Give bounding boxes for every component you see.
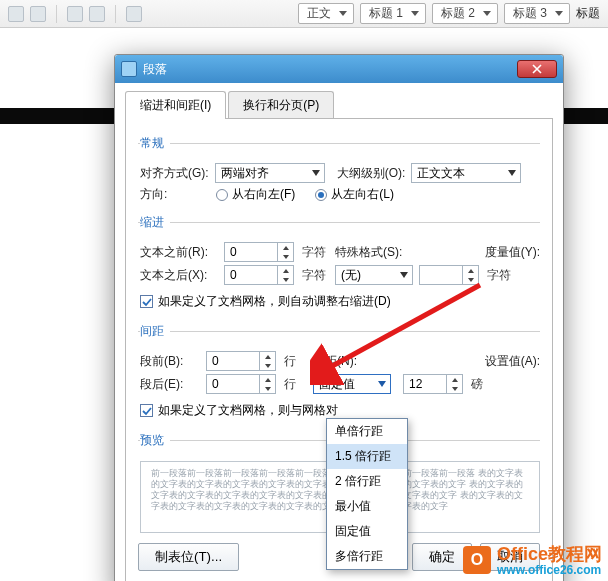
unit-char: 字符 [487, 267, 511, 284]
spinner-icon[interactable] [462, 266, 478, 284]
style-preset-1[interactable]: 标题 1 [360, 3, 426, 24]
spacing-after-input[interactable] [206, 374, 276, 394]
ribbon-icon[interactable] [126, 6, 142, 22]
measure-input[interactable] [419, 265, 479, 285]
alignment-label: 对齐方式(G): [140, 165, 209, 182]
spinner-icon[interactable] [259, 352, 275, 370]
line-spacing-dropdown: 单倍行距 1.5 倍行距 2 倍行距 最小值 固定值 多倍行距 [326, 418, 408, 570]
style-preset-3[interactable]: 标题 3 [504, 3, 570, 24]
ribbon-separator [115, 5, 116, 23]
watermark: O Office教程网 www.office26.com [463, 542, 602, 577]
group-indent: 缩进 文本之前(R): 字符 特殊格式(S): 度量值(Y): 文本之后(X):… [138, 214, 540, 317]
group-preview-legend: 预览 [140, 432, 170, 449]
group-spacing-legend: 间距 [140, 323, 170, 340]
spacing-before-label: 段前(B): [140, 353, 200, 370]
direction-ltr-radio[interactable]: 从左向右(L) [315, 186, 394, 203]
watermark-icon: O [463, 546, 491, 574]
special-format-combo[interactable]: (无) [335, 265, 413, 285]
outline-combo[interactable]: 正文文本 [411, 163, 521, 183]
dropdown-option-1-5[interactable]: 1.5 倍行距 [327, 444, 407, 469]
spinner-icon[interactable] [277, 266, 293, 284]
dropdown-option-double[interactable]: 2 倍行距 [327, 469, 407, 494]
radio-icon [315, 189, 327, 201]
group-spacing: 间距 段前(B): 行 行距(N): 设置值(A): 段后(E): 行 固定值 … [138, 323, 540, 426]
ribbon-toolbar: 正文 标题 1 标题 2 标题 3 标题 [0, 0, 608, 28]
dropdown-option-single[interactable]: 单倍行距 [327, 419, 407, 444]
watermark-url: www.office26.com [497, 563, 602, 577]
measure-label: 度量值(Y): [485, 244, 540, 261]
style-preset-2[interactable]: 标题 2 [432, 3, 498, 24]
style-preset-4[interactable]: 标题 [576, 5, 600, 22]
direction-rtl-radio[interactable]: 从右向左(F) [216, 186, 295, 203]
ribbon-icon[interactable] [8, 6, 24, 22]
indent-before-input[interactable] [224, 242, 294, 262]
ribbon-icon[interactable] [30, 6, 46, 22]
snap-to-grid-checkbox[interactable]: 如果定义了文档网格，则与网格对 [140, 402, 338, 419]
dropdown-option-minimum[interactable]: 最小值 [327, 494, 407, 519]
dialog-title: 段落 [143, 61, 517, 78]
watermark-brand: Office教程网 [497, 544, 602, 564]
unit-line: 行 [284, 353, 296, 370]
unit-line: 行 [284, 376, 296, 393]
radio-icon [216, 189, 228, 201]
spinner-icon[interactable] [446, 375, 462, 393]
line-spacing-combo[interactable]: 固定值 [313, 374, 391, 394]
group-indent-legend: 缩进 [140, 214, 170, 231]
app-icon [121, 61, 137, 77]
ribbon-icon[interactable] [67, 6, 83, 22]
at-input[interactable] [403, 374, 463, 394]
close-icon [532, 64, 542, 74]
unit-point: 磅 [471, 376, 483, 393]
style-main-selector[interactable]: 正文 [298, 3, 354, 24]
spacing-after-label: 段后(E): [140, 376, 200, 393]
tab-panel: 常规 对齐方式(G): 两端对齐 大纲级别(O): 正文文本 方向: 从右向左(… [125, 118, 553, 581]
close-button[interactable] [517, 60, 557, 78]
unit-char: 字符 [302, 267, 326, 284]
spacing-before-input[interactable] [206, 351, 276, 371]
tab-line-page-breaks[interactable]: 换行和分页(P) [228, 91, 334, 119]
paragraph-dialog: 段落 缩进和间距(I) 换行和分页(P) 常规 对齐方式(G): 两端对齐 大纲… [114, 54, 564, 581]
tab-strip: 缩进和间距(I) 换行和分页(P) [115, 83, 563, 119]
line-spacing-label: 行距(N): [313, 353, 357, 370]
unit-char: 字符 [302, 244, 326, 261]
spinner-icon[interactable] [259, 375, 275, 393]
dialog-titlebar: 段落 [115, 55, 563, 83]
at-label: 设置值(A): [485, 353, 540, 370]
dropdown-option-multiple[interactable]: 多倍行距 [327, 544, 407, 569]
direction-label: 方向: [140, 186, 210, 203]
indent-before-label: 文本之前(R): [140, 244, 218, 261]
checkbox-icon [140, 404, 153, 417]
outline-label: 大纲级别(O): [337, 165, 406, 182]
group-general-legend: 常规 [140, 135, 170, 152]
group-general: 常规 对齐方式(G): 两端对齐 大纲级别(O): 正文文本 方向: 从右向左(… [138, 135, 540, 208]
indent-after-input[interactable] [224, 265, 294, 285]
indent-after-label: 文本之后(X): [140, 267, 218, 284]
auto-adjust-indent-checkbox[interactable]: 如果定义了文档网格，则自动调整右缩进(D) [140, 293, 391, 310]
checkbox-icon [140, 295, 153, 308]
ribbon-icon[interactable] [89, 6, 105, 22]
ribbon-separator [56, 5, 57, 23]
tab-indent-spacing[interactable]: 缩进和间距(I) [125, 91, 226, 119]
dropdown-option-exactly[interactable]: 固定值 [327, 519, 407, 544]
special-format-label: 特殊格式(S): [335, 244, 402, 261]
alignment-combo[interactable]: 两端对齐 [215, 163, 325, 183]
spinner-icon[interactable] [277, 243, 293, 261]
tabs-button[interactable]: 制表位(T)... [138, 543, 239, 571]
